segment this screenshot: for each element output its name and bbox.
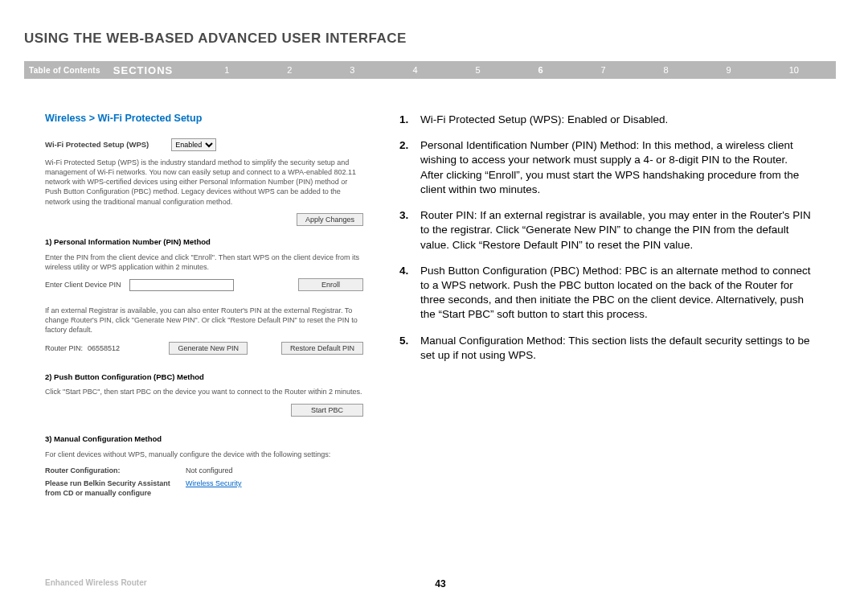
content-area: Wireless > Wi-Fi Protected Setup Wi-Fi P… (24, 113, 836, 498)
pbc-desc: Click "Start PBC", then start PBC on the… (45, 387, 363, 396)
list-item: 4.Push Button Configuration (PBC) Method… (399, 264, 812, 322)
enroll-button[interactable]: Enroll (298, 278, 363, 291)
manual-desc: For client devices without WPS, manually… (45, 450, 363, 459)
page-container: USING THE WEB-BASED ADVANCED USER INTERF… (0, 0, 868, 608)
breadcrumb: Wireless > Wi-Fi Protected Setup (45, 113, 363, 124)
sections-label: SECTIONS (113, 64, 195, 76)
right-column: 1.Wi-Fi Protected Setup (WPS): Enabled o… (399, 113, 836, 498)
instructions-list: 1.Wi-Fi Protected Setup (WPS): Enabled o… (399, 113, 812, 363)
list-item: 1.Wi-Fi Protected Setup (WPS): Enabled o… (399, 113, 812, 127)
enter-pin-label: Enter Client Device PIN (45, 280, 121, 290)
apply-changes-button[interactable]: Apply Changes (297, 213, 363, 226)
list-item: 3.Router PIN: If an external registrar i… (399, 208, 812, 253)
section-link-5[interactable]: 5 (475, 65, 480, 75)
registrar-desc: If an external Registrar is available, y… (45, 306, 363, 335)
section-link-10[interactable]: 10 (789, 65, 799, 75)
wps-label: Wi-Fi Protected Setup (WPS) (45, 140, 149, 150)
page-number: 43 (435, 578, 445, 590)
section-link-7[interactable]: 7 (601, 65, 606, 75)
wps-intro-text: Wi-Fi Protected Setup (WPS) is the indus… (45, 158, 363, 207)
pin-method-desc: Enter the PIN from the client device and… (45, 253, 363, 272)
start-pbc-button[interactable]: Start PBC (291, 404, 363, 417)
pbc-heading: 2) Push Button Configuration (PBC) Metho… (45, 372, 363, 383)
router-conf-label: Router Configuration: (45, 466, 186, 475)
section-link-4[interactable]: 4 (412, 65, 417, 75)
nav-bar: Table of Contents SECTIONS 1 2 3 4 5 6 7… (24, 61, 836, 79)
wireless-security-link[interactable]: Wireless Security (186, 479, 363, 498)
section-link-2[interactable]: 2 (287, 65, 292, 75)
section-link-3[interactable]: 3 (350, 65, 354, 75)
section-link-8[interactable]: 8 (664, 65, 669, 75)
left-column: Wireless > Wi-Fi Protected Setup Wi-Fi P… (24, 113, 363, 498)
section-link-1[interactable]: 1 (224, 65, 229, 75)
router-pin-value: 06558512 (88, 343, 120, 353)
footer: Enhanced Wireless Router 43 (45, 578, 836, 587)
list-item: 2.Personal Identification Number (PIN) M… (399, 138, 812, 197)
screenshot-panel: Wi-Fi Protected Setup (WPS) Enabled Wi-F… (45, 138, 363, 498)
manual-heading: 3) Manual Configuration Method (45, 434, 363, 445)
section-link-6-active[interactable]: 6 (538, 65, 542, 75)
section-numbers: 1 2 3 4 5 6 7 8 9 10 (195, 65, 836, 75)
generate-pin-button[interactable]: Generate New PIN (169, 342, 248, 355)
section-link-9[interactable]: 9 (727, 65, 731, 75)
page-title: USING THE WEB-BASED ADVANCED USER INTERF… (24, 31, 836, 47)
router-pin-label: Router PIN: (45, 343, 83, 353)
toc-link[interactable]: Table of Contents (24, 66, 113, 75)
client-pin-input[interactable] (129, 279, 234, 291)
router-conf-value: Not configured (186, 466, 363, 475)
product-name: Enhanced Wireless Router (45, 578, 147, 587)
list-item: 5.Manual Configuration Method: This sect… (399, 334, 812, 363)
please-run-label: Please run Belkin Security Assistant fro… (45, 479, 186, 498)
pin-method-heading: 1) Personal Information Number (PIN) Met… (45, 237, 363, 248)
wps-select[interactable]: Enabled (171, 138, 216, 151)
restore-pin-button[interactable]: Restore Default PIN (281, 342, 363, 355)
